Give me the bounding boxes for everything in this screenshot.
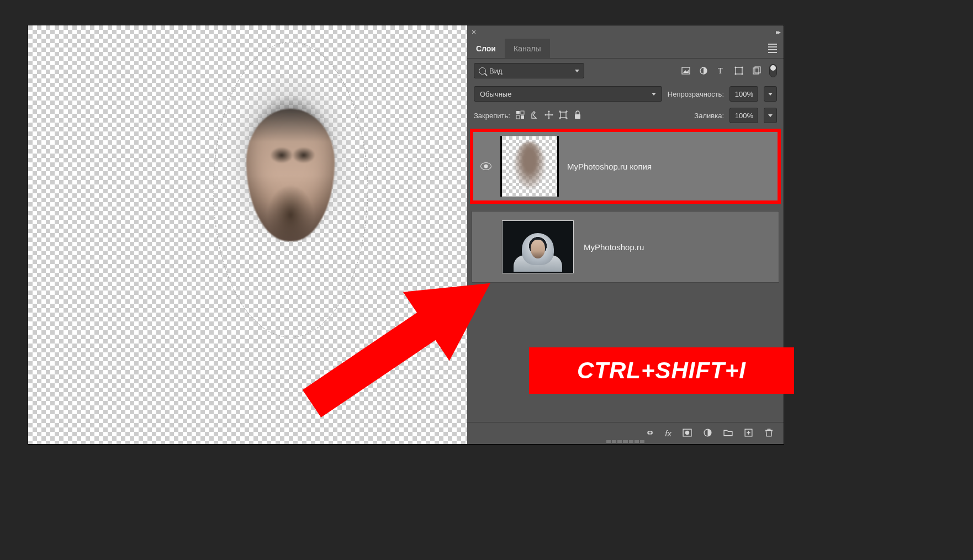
svg-rect-20 xyxy=(575,114,580,119)
svg-text:T: T xyxy=(718,67,723,75)
adjustment-icon[interactable] xyxy=(703,428,712,439)
blend-mode-select[interactable]: Обычные xyxy=(474,86,662,102)
new-layer-icon[interactable] xyxy=(744,428,753,439)
chevron-down-icon xyxy=(652,93,656,96)
tab-channels[interactable]: Каналы xyxy=(505,39,550,58)
elliptical-selection xyxy=(213,42,368,337)
fill-label: Заливка: xyxy=(694,112,724,120)
layer-filter-select[interactable]: Вид xyxy=(474,63,584,78)
link-layers-icon[interactable] xyxy=(644,428,654,439)
panel-tabs: Слои Каналы xyxy=(467,39,784,59)
shortcut-callout: CTRL+SHIFT+I xyxy=(529,347,794,394)
svg-rect-4 xyxy=(736,67,742,74)
tab-layers[interactable]: Слои xyxy=(467,39,505,58)
filter-toggle[interactable] xyxy=(769,64,777,77)
opacity-dropdown[interactable] xyxy=(764,86,777,102)
svg-point-6 xyxy=(742,67,743,68)
folder-icon[interactable] xyxy=(723,428,733,439)
svg-marker-1 xyxy=(683,70,689,73)
svg-point-7 xyxy=(735,73,737,75)
opacity-input[interactable]: 100% xyxy=(729,86,758,102)
trash-icon[interactable] xyxy=(764,428,774,439)
type-layer-filter-icon[interactable]: T xyxy=(716,66,726,76)
chevron-down-icon xyxy=(575,70,579,72)
filter-label: Вид xyxy=(489,67,503,75)
layer-name[interactable]: MyPhotoshop.ru копия xyxy=(567,162,652,171)
close-icon[interactable]: × xyxy=(472,28,476,36)
layer-name[interactable]: MyPhotoshop.ru xyxy=(584,242,644,252)
blend-mode-label: Обычные xyxy=(480,90,511,98)
svg-marker-16 xyxy=(548,118,550,119)
search-icon xyxy=(479,67,486,75)
svg-marker-18 xyxy=(552,114,553,116)
lock-artboard-icon[interactable] xyxy=(559,110,568,121)
shape-layer-filter-icon[interactable] xyxy=(734,66,744,76)
svg-point-22 xyxy=(685,430,689,434)
workspace: × ▸▸ Слои Каналы Вид T xyxy=(28,25,784,445)
svg-marker-15 xyxy=(548,110,550,112)
image-layer-filter-icon[interactable] xyxy=(681,66,691,76)
svg-marker-17 xyxy=(544,114,546,116)
lock-position-icon[interactable] xyxy=(544,110,553,121)
mask-icon[interactable] xyxy=(683,428,692,439)
fill-input[interactable]: 100% xyxy=(729,108,758,123)
svg-rect-13 xyxy=(516,115,520,119)
svg-rect-12 xyxy=(521,111,524,114)
resize-grip[interactable] xyxy=(606,440,645,443)
svg-point-8 xyxy=(742,73,743,75)
smart-object-filter-icon[interactable] xyxy=(752,66,762,76)
layer-row[interactable]: MyPhotoshop.ru копия xyxy=(472,130,779,202)
svg-rect-11 xyxy=(516,111,520,114)
lock-image-icon[interactable] xyxy=(530,110,539,121)
layer-row[interactable]: MyPhotoshop.ru xyxy=(472,211,779,283)
visibility-eye-icon[interactable] xyxy=(480,162,491,170)
fill-dropdown[interactable] xyxy=(764,108,777,123)
lock-all-icon[interactable] xyxy=(573,110,582,121)
opacity-label: Непрозрачность: xyxy=(668,90,724,98)
adjustment-layer-filter-icon[interactable] xyxy=(699,66,708,76)
collapse-panel-icon[interactable]: ▸▸ xyxy=(776,28,779,36)
canvas[interactable] xyxy=(28,25,467,444)
svg-point-5 xyxy=(735,67,737,68)
svg-rect-19 xyxy=(560,112,566,118)
layer-thumbnail[interactable] xyxy=(502,220,574,273)
fx-icon[interactable]: fx xyxy=(665,429,671,438)
svg-rect-14 xyxy=(521,115,524,119)
panel-menu-icon[interactable] xyxy=(766,41,779,55)
layer-thumbnail[interactable] xyxy=(502,136,557,197)
lock-label: Закрепить: xyxy=(474,112,510,120)
lock-transparent-icon[interactable] xyxy=(516,110,525,121)
